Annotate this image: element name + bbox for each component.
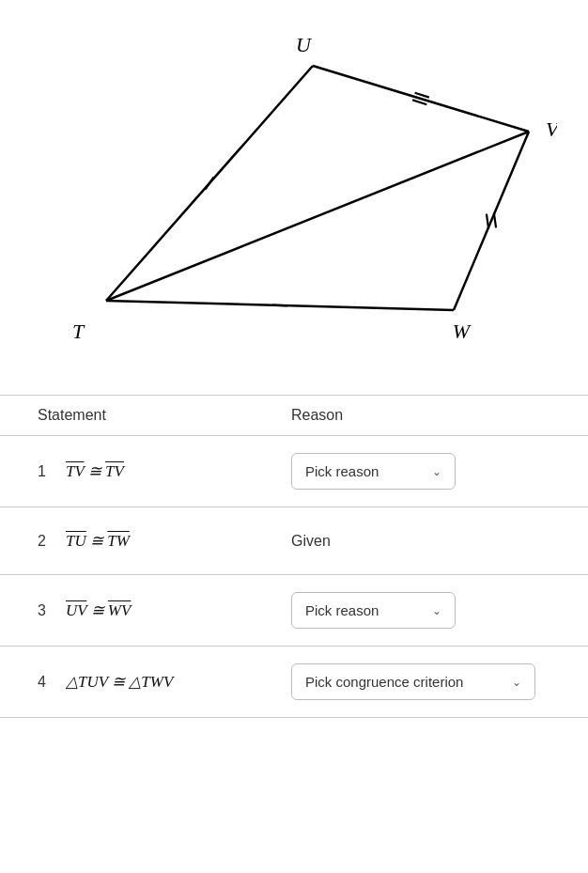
row-1-num: 1 [38, 463, 66, 480]
row-3-statement: UV ≅ WV [66, 600, 291, 620]
row-3-num: 3 [38, 602, 66, 619]
chevron-down-icon: ⌄ [432, 604, 441, 617]
reason-header: Reason [291, 407, 550, 424]
row-4-dropdown[interactable]: Pick congruence criterion ⌄ [291, 663, 535, 700]
row-4-num: 4 [38, 674, 66, 691]
label-V: V [546, 117, 557, 141]
svg-line-10 [272, 305, 287, 306]
chevron-down-icon: ⌄ [512, 676, 521, 689]
row-4-statement: △TUV ≅ △TWV [66, 672, 291, 692]
row-3-dropdown[interactable]: Pick reason ⌄ [291, 592, 456, 629]
row-2-given: Given [291, 533, 331, 549]
row-1-statement: TV ≅ TV [66, 461, 291, 481]
label-U: U [296, 33, 313, 56]
statement-header: Statement [38, 407, 291, 424]
table-row: 4 △TUV ≅ △TWV Pick congruence criterion … [0, 647, 588, 718]
row-1-reason: Pick reason ⌄ [291, 453, 550, 490]
row-2-statement: TU ≅ TW [66, 531, 291, 551]
table-row: 2 TU ≅ TW Given [0, 507, 588, 575]
row-2-reason: Given [291, 533, 550, 550]
label-W: W [453, 320, 472, 343]
diagram-area: U V T W [0, 0, 588, 395]
row-3-reason: Pick reason ⌄ [291, 592, 550, 629]
row-1-dropdown[interactable]: Pick reason ⌄ [291, 453, 456, 490]
row-3-dropdown-label: Pick reason [305, 602, 379, 618]
table-row: 1 TV ≅ TV Pick reason ⌄ [0, 436, 588, 507]
svg-line-9 [487, 214, 488, 229]
table-row: 3 UV ≅ WV Pick reason ⌄ [0, 575, 588, 647]
svg-line-5 [205, 177, 213, 189]
svg-line-4 [106, 132, 529, 301]
row-4-reason: Pick congruence criterion ⌄ [291, 663, 550, 700]
row-1-dropdown-label: Pick reason [305, 463, 379, 479]
svg-line-8 [494, 213, 496, 228]
row-4-dropdown-label: Pick congruence criterion [305, 674, 463, 690]
proof-header: Statement Reason [0, 396, 588, 436]
chevron-down-icon: ⌄ [432, 465, 441, 478]
label-T: T [72, 320, 85, 343]
proof-table: Statement Reason 1 TV ≅ TV Pick reason ⌄… [0, 395, 588, 718]
row-2-num: 2 [38, 533, 66, 550]
svg-line-1 [313, 66, 529, 132]
